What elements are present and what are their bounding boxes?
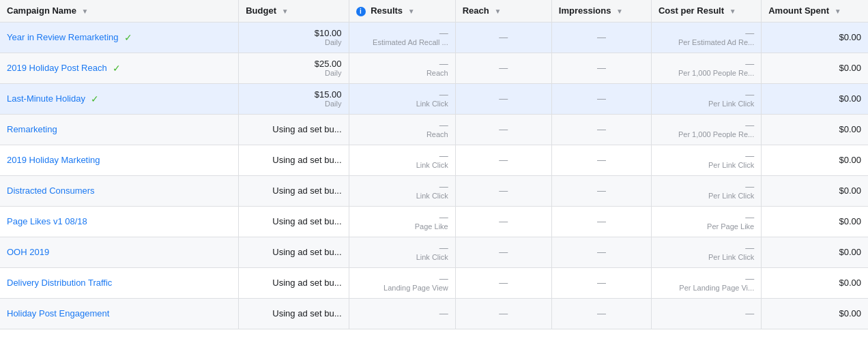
cost-sub: Per Link Click bbox=[708, 100, 754, 108]
budget-period: Daily bbox=[325, 69, 341, 77]
amount-cell: $0.00 bbox=[762, 145, 868, 175]
table-row: Holiday Post EngagementUsing ad set bu..… bbox=[0, 298, 868, 329]
budget-text: Using ad set bu... bbox=[272, 308, 341, 318]
header-amount[interactable]: Amount Spent ▼ bbox=[762, 0, 868, 22]
campaign-name-cell: Holiday Post Engagement bbox=[0, 298, 239, 329]
results-dash: — bbox=[439, 243, 448, 253]
campaign-name-cell: Delivery Distribution Traffic bbox=[0, 267, 239, 298]
cost-cell: —Per Landing Page Vi... bbox=[651, 267, 761, 298]
impressions-cell: — bbox=[551, 22, 651, 53]
campaign-link[interactable]: 2019 Holiday Post Reach bbox=[7, 63, 107, 73]
reach-dash: — bbox=[499, 32, 508, 42]
amount-value: $0.00 bbox=[839, 308, 861, 318]
header-reach-label: Reach bbox=[463, 5, 489, 16]
cost-sub: Per Landing Page Vi... bbox=[679, 284, 754, 292]
header-reach[interactable]: Reach ▼ bbox=[455, 0, 551, 22]
sort-icon-campaign: ▼ bbox=[82, 8, 89, 15]
campaign-link[interactable]: Distracted Consumers bbox=[7, 186, 95, 196]
results-dash: — bbox=[439, 212, 448, 222]
header-campaign[interactable]: Campaign Name ▼ bbox=[0, 0, 239, 22]
results-dash: — bbox=[439, 181, 448, 192]
sort-icon-budget: ▼ bbox=[282, 8, 289, 15]
amount-value: $0.00 bbox=[839, 216, 861, 226]
info-icon-results: i bbox=[356, 7, 366, 16]
reach-cell: — bbox=[455, 22, 551, 53]
reach-cell: — bbox=[455, 83, 551, 114]
amount-cell: $0.00 bbox=[762, 298, 868, 329]
cost-cell: —Per Link Click bbox=[651, 145, 761, 175]
sort-icon-impressions: ▼ bbox=[616, 8, 623, 15]
results-sub: Reach bbox=[426, 130, 448, 138]
header-impressions[interactable]: Impressions ▼ bbox=[551, 0, 651, 22]
cost-dash: — bbox=[745, 212, 754, 222]
budget-cell: Using ad set bu... bbox=[239, 145, 349, 175]
results-cell: —Link Click bbox=[349, 145, 455, 175]
amount-cell: $0.00 bbox=[762, 83, 868, 114]
results-dash: — bbox=[439, 120, 448, 130]
results-sub: Link Click bbox=[416, 100, 448, 108]
cost-dash: — bbox=[745, 120, 754, 130]
reach-cell: — bbox=[455, 175, 551, 206]
budget-text: Using ad set bu... bbox=[272, 124, 341, 134]
budget-text: Using ad set bu... bbox=[272, 247, 341, 257]
header-budget[interactable]: Budget ▼ bbox=[239, 0, 349, 22]
reach-cell: — bbox=[455, 145, 551, 175]
budget-cell: $10.00Daily bbox=[239, 22, 349, 53]
campaign-link[interactable]: Year in Review Remarketing bbox=[7, 32, 119, 42]
impressions-cell: — bbox=[551, 237, 651, 267]
campaign-link[interactable]: OOH 2019 bbox=[7, 247, 49, 257]
budget-period: Daily bbox=[325, 100, 341, 108]
results-sub: Page Like bbox=[415, 222, 448, 231]
sort-icon-amount: ▼ bbox=[835, 8, 841, 15]
table-header-row: Campaign Name ▼ Budget ▼ i Results ▼ Rea… bbox=[0, 0, 868, 22]
active-check-icon: ✓ bbox=[91, 93, 99, 104]
header-cost-label: Cost per Result bbox=[659, 5, 724, 16]
amount-cell: $0.00 bbox=[762, 114, 868, 145]
campaign-name-cell: 2019 Holiday Post Reach✓ bbox=[0, 53, 239, 83]
campaign-link[interactable]: Holiday Post Engagement bbox=[7, 308, 109, 318]
results-sub: Link Click bbox=[416, 253, 448, 261]
header-impressions-label: Impressions bbox=[559, 5, 611, 16]
sort-icon-results: ▼ bbox=[408, 8, 415, 15]
cost-sub: Per Page Like bbox=[707, 222, 754, 231]
budget-cell: $25.00Daily bbox=[239, 53, 349, 83]
budget-cell: Using ad set bu... bbox=[239, 267, 349, 298]
amount-value: $0.00 bbox=[839, 247, 861, 257]
campaign-name-cell: OOH 2019 bbox=[0, 237, 239, 267]
header-amount-label: Amount Spent bbox=[768, 5, 829, 16]
table-row: Year in Review Remarketing✓$10.00Daily—E… bbox=[0, 22, 868, 53]
campaign-link[interactable]: Last-Minute Holiday bbox=[7, 93, 85, 104]
cost-sub: Per Link Click bbox=[708, 253, 754, 261]
header-results[interactable]: i Results ▼ bbox=[349, 0, 455, 22]
budget-amount: $25.00 bbox=[315, 59, 342, 69]
budget-text: Using ad set bu... bbox=[272, 216, 341, 226]
results-dash: — bbox=[439, 273, 448, 284]
impressions-dash: — bbox=[597, 93, 606, 104]
campaign-link[interactable]: Remarketing bbox=[7, 124, 57, 134]
results-cell: —Link Click bbox=[349, 83, 455, 114]
cost-sub: Per Link Click bbox=[708, 161, 754, 169]
cost-sub: Per Link Click bbox=[708, 192, 754, 200]
campaign-link[interactable]: 2019 Holiday Marketing bbox=[7, 155, 100, 165]
amount-cell: $0.00 bbox=[762, 175, 868, 206]
impressions-cell: — bbox=[551, 298, 651, 329]
header-cost[interactable]: Cost per Result ▼ bbox=[651, 0, 761, 22]
reach-cell: — bbox=[455, 267, 551, 298]
amount-value: $0.00 bbox=[839, 32, 861, 42]
campaign-link[interactable]: Delivery Distribution Traffic bbox=[7, 278, 112, 288]
cost-dash: — bbox=[745, 151, 754, 161]
campaign-link[interactable]: Page Likes v1 08/18 bbox=[7, 216, 87, 226]
cost-sub: Per Estimated Ad Re... bbox=[678, 38, 754, 46]
sort-icon-cost: ▼ bbox=[729, 8, 736, 15]
reach-dash: — bbox=[499, 186, 508, 196]
amount-value: $0.00 bbox=[839, 93, 861, 104]
reach-cell: — bbox=[455, 53, 551, 83]
results-dash: — bbox=[439, 151, 448, 161]
impressions-cell: — bbox=[551, 206, 651, 237]
amount-value: $0.00 bbox=[839, 155, 861, 165]
cost-cell: —Per Link Click bbox=[651, 83, 761, 114]
impressions-dash: — bbox=[597, 124, 606, 134]
amount-value: $0.00 bbox=[839, 124, 861, 134]
campaign-name-cell: Last-Minute Holiday✓ bbox=[0, 83, 239, 114]
cost-cell: —Per 1,000 People Re... bbox=[651, 53, 761, 83]
